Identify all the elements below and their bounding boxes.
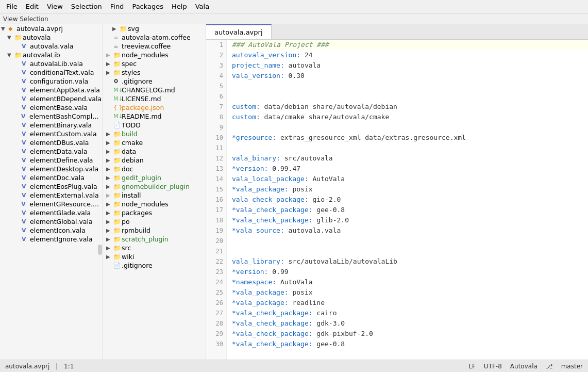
middle-item-node-modules[interactable]: ▶ 📁 node_modules (103, 51, 206, 59)
middle-item-todo[interactable]: 📄 TODO (103, 121, 206, 130)
middle-item-treeview-coffee[interactable]: ☕ treeview.coffee (103, 42, 206, 51)
code-line[interactable]: *vala_check_package: gdk-3.0 (231, 318, 588, 329)
code-line[interactable]: *vala_check_package: gee-0.8 (231, 205, 588, 215)
sidebar-item-configuration[interactable]: Vconfiguration.vala (0, 77, 103, 86)
sidebar-item-conditionalText[interactable]: VconditionalText.vala (0, 68, 103, 77)
code-line[interactable] (231, 246, 588, 256)
code-line[interactable] (231, 236, 588, 246)
code-line[interactable]: *vala_source: autovala.vala (231, 225, 588, 236)
code-line[interactable]: custom: data/cmake share/autovala/cmake (231, 112, 588, 122)
middle-item-wiki[interactable]: ▶ 📁 wiki (103, 252, 206, 261)
middle-item-gnomebuilder-plugin[interactable]: ▶ 📁 gnomebuilder_plugin (103, 182, 206, 191)
code-line[interactable]: *vala_package: readline (231, 298, 588, 308)
middle-item-debian[interactable]: ▶ 📁 debian (103, 156, 206, 165)
middle-item-changelog[interactable]: M↓ CHANGELOG.md (103, 86, 206, 94)
code-line[interactable]: *gresource: extras_gresource_xml data/ex… (231, 133, 588, 143)
code-line[interactable]: project_name: autovala (231, 60, 588, 71)
code-line[interactable] (231, 81, 588, 91)
menu-selection[interactable]: Selection (67, 2, 106, 11)
middle-item-po[interactable]: ▶ 📁 po (103, 217, 206, 226)
code-line[interactable] (231, 143, 588, 153)
middle-item-svg[interactable]: ▶ 📁 svg (103, 24, 206, 33)
middle-item-label: TODO (122, 121, 141, 129)
sidebar-item-elementBashCompletion[interactable]: VelementBashCompletion (0, 112, 103, 121)
middle-item-build[interactable]: ▶ 📁 build (103, 130, 206, 138)
code-line[interactable]: *vala_package: posix (231, 287, 588, 298)
code-line[interactable]: autovala_version: 24 (231, 50, 588, 60)
sidebar-item-elementGResource[interactable]: VelementGResource.vala (0, 200, 103, 208)
menu-view[interactable]: View (43, 2, 67, 11)
sidebar-item-elementGlade[interactable]: VelementGlade.vala (0, 208, 103, 217)
sidebar-item-elementAppData[interactable]: VelementAppData.vala (0, 86, 103, 94)
sidebar-item-elementData[interactable]: VelementData.vala (0, 147, 103, 156)
middle-item-license[interactable]: M↓ LICENSE.md (103, 94, 206, 103)
menu-help[interactable]: Help (167, 2, 191, 11)
code-line[interactable]: *namespace: AutoVala (231, 277, 588, 287)
code-line[interactable]: *vala_check_package: gdk-pixbuf-2.0 (231, 329, 588, 339)
line-number: 11 (209, 143, 223, 153)
middle-item-readme[interactable]: M↓ README.md (103, 112, 206, 121)
code-line[interactable] (231, 91, 588, 102)
folder-icon: 📁 (113, 69, 122, 76)
code-line[interactable]: custom: data/debian share/autovala/debia… (231, 102, 588, 112)
middle-item-styles[interactable]: ▶ 📁 styles (103, 68, 206, 77)
code-content[interactable]: ### AutoVala Project ###autovala_version… (227, 40, 588, 360)
menu-vala[interactable]: Vala (191, 2, 213, 11)
sidebar-item-elementCustom[interactable]: VelementCustom.vala (0, 130, 103, 138)
sidebar-item-elementBinary[interactable]: VelementBinary.vala (0, 121, 103, 130)
sidebar-item-elementDefine[interactable]: VelementDefine.vala (0, 156, 103, 165)
code-line[interactable]: ### AutoVala Project ### (231, 40, 588, 50)
middle-item-doc[interactable]: ▶ 📁 doc (103, 165, 206, 173)
sidebar-item-autovala-vala[interactable]: V autovala.vala (0, 42, 103, 51)
menu-edit[interactable]: Edit (22, 2, 43, 11)
code-line[interactable]: vala_local_package: AutoVala (231, 174, 588, 184)
middle-item-node-modules2[interactable]: ▶ 📁 node_modules (103, 200, 206, 208)
code-line[interactable]: vala_library: src/autovalaLib/autovalaLi… (231, 256, 588, 267)
sidebar-item-elementDesktop[interactable]: VelementDesktop.vala (0, 165, 103, 173)
sidebar-item-elementIcon[interactable]: VelementIcon.vala (0, 226, 103, 235)
menu-find[interactable]: Find (106, 2, 128, 11)
code-line[interactable]: *vala_check_package: gee-0.8 (231, 339, 588, 349)
code-line[interactable] (231, 122, 588, 133)
sidebar-item-elementGlobal[interactable]: VelementGlobal.vala (0, 217, 103, 226)
sidebar-item-autovala-avprj[interactable]: ▼ ◆ autovala.avprj (0, 24, 103, 33)
middle-item-gitignore[interactable]: ⚙ .gitignore (103, 77, 206, 86)
code-line[interactable]: vala_binary: src/autovala (231, 153, 588, 164)
menu-file[interactable]: File (2, 2, 22, 11)
sidebar-item-elementBDepend[interactable]: VelementBDepend.vala (0, 94, 103, 103)
middle-item-autovala-atom-coffee[interactable]: ☕ autovala-atom.coffee (103, 33, 206, 42)
sidebar-item-label: elementDefine.vala (30, 156, 93, 164)
project-icon: ◆ (8, 25, 16, 32)
middle-item-scratch-plugin[interactable]: ▶ 📁 scratch_plugin (103, 235, 206, 244)
code-line[interactable]: *vala_check_package: glib-2.0 (231, 215, 588, 225)
sidebar-item-elementEosPlug[interactable]: VelementEosPlug.vala (0, 182, 103, 191)
sidebar-item-autovalaLib-vala[interactable]: VautovalaLib.vala (0, 59, 103, 68)
middle-item-spec[interactable]: ▶ 📁 spec (103, 59, 206, 68)
sidebar-item-autovala[interactable]: ▼ 📁 autovala (0, 33, 103, 42)
middle-item-packages[interactable]: ▶ 📁 packages (103, 208, 206, 217)
menu-packages[interactable]: Packages (128, 2, 167, 11)
middle-item-gitignore2[interactable]: 📄 .gitignore (103, 261, 206, 270)
middle-item-install[interactable]: ▶ 📁 install (103, 191, 206, 200)
middle-item-cmake[interactable]: ▶ 📁 cmake (103, 138, 206, 147)
sidebar-item-elementExternal[interactable]: VelementExternal.vala (0, 191, 103, 200)
middle-item-src[interactable]: ▶ 📁 src (103, 244, 206, 252)
code-editor[interactable]: 1234567891011121314151617181920212223242… (206, 40, 588, 360)
code-line[interactable]: vala_check_package: gio-2.0 (231, 195, 588, 205)
code-line[interactable]: *version: 0.99 (231, 267, 588, 277)
sidebar-item-elementBase[interactable]: VelementBase.vala (0, 103, 103, 112)
middle-item-rpmbuild[interactable]: ▶ 📁 rpmbuild (103, 226, 206, 235)
code-line[interactable]: *vala_package: posix (231, 184, 588, 195)
sidebar-item-autovalalib[interactable]: ▼ 📁 autovalaLib (0, 51, 103, 59)
arrow-icon: ▼ (7, 52, 14, 58)
sidebar-item-elementDoc[interactable]: VelementDoc.vala (0, 173, 103, 182)
code-line[interactable]: vala_version: 0.30 (231, 71, 588, 81)
middle-item-package-json[interactable]: { } package.json (103, 103, 206, 112)
sidebar-item-elementDBus[interactable]: VelementDBus.vala (0, 138, 103, 147)
code-line[interactable]: *version: 0.99.47 (231, 164, 588, 174)
code-line[interactable]: *vala_check_package: cairo (231, 308, 588, 318)
middle-item-gedit-plugin[interactable]: ▶ 📁 gedit_plugin (103, 173, 206, 182)
middle-item-data[interactable]: ▶ 📁 data (103, 147, 206, 156)
tab-autovala-avprj[interactable]: autovala.avprj (206, 24, 272, 39)
sidebar-item-elementIgnore[interactable]: VelementIgnore.vala (0, 235, 103, 244)
